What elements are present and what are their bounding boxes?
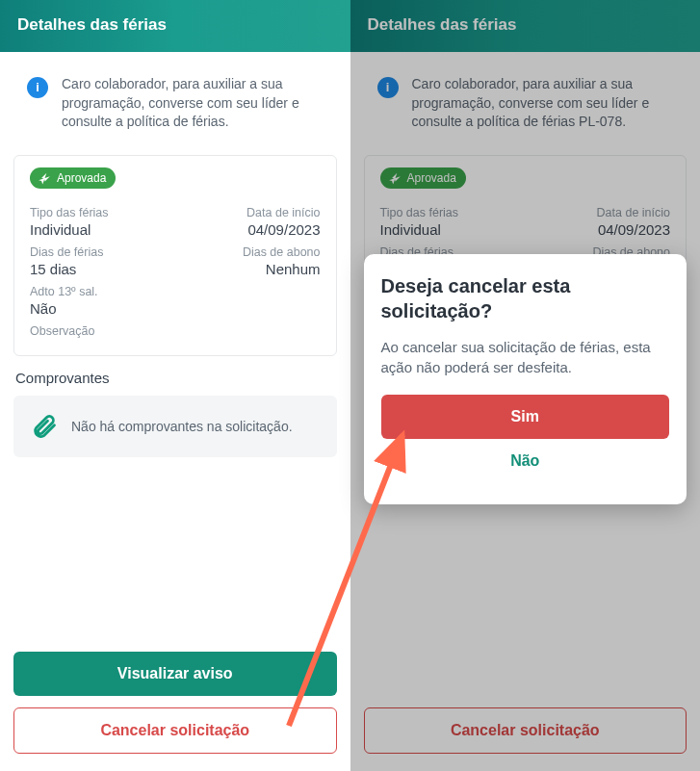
status-label: Aprovada: [57, 171, 106, 185]
footer-actions: Visualizar aviso Cancelar solicitação: [0, 640, 350, 771]
adto-label: Adto 13º sal.: [30, 285, 98, 298]
adto-value: Não: [30, 300, 98, 317]
type-value: Individual: [30, 221, 109, 238]
abono-label: Dias de abono: [243, 245, 321, 259]
info-text: Caro colaborador, para auxiliar a sua pr…: [62, 76, 299, 129]
modal-title: Deseja cancelar esta solicitação?: [381, 273, 670, 323]
type-label: Tipo das férias: [30, 206, 109, 219]
days-label: Dias de férias: [30, 245, 103, 259]
start-label: Data de início: [246, 206, 320, 219]
confirm-yes-button[interactable]: Sim: [381, 395, 670, 439]
page-title: Detalhes das férias: [0, 0, 350, 52]
screen-detail-right: Detalhes das férias i Caro colaborador, …: [350, 0, 701, 771]
screen-detail-left: Detalhes das férias i Caro colaborador, …: [0, 0, 350, 771]
obs-label: Observação: [30, 324, 94, 338]
modal-body: Ao cancelar sua solicitação de férias, e…: [381, 337, 670, 377]
confirm-cancel-modal: Deseja cancelar esta solicitação? Ao can…: [364, 254, 687, 504]
paperclip-icon: [31, 413, 58, 440]
receipts-heading: Comprovantes: [15, 370, 335, 386]
airplane-icon: [38, 171, 51, 185]
view-notice-button[interactable]: Visualizar aviso: [13, 652, 337, 696]
cancel-request-button[interactable]: Cancelar solicitação: [13, 707, 337, 754]
abono-value: Nenhum: [243, 261, 321, 277]
receipts-empty-state: Não há comprovantes na solicitação.: [13, 396, 337, 457]
days-value: 15 dias: [30, 261, 103, 277]
start-value: 04/09/2023: [246, 221, 320, 238]
confirm-no-button[interactable]: Não: [381, 439, 670, 483]
status-badge: Aprovada: [30, 167, 116, 189]
info-banner: i Caro colaborador, para auxiliar a sua …: [13, 62, 337, 145]
receipts-empty-text: Não há comprovantes na solicitação.: [71, 419, 293, 434]
vacation-card: Aprovada Tipo das férias Individual Data…: [13, 155, 337, 356]
info-icon: i: [27, 77, 48, 98]
